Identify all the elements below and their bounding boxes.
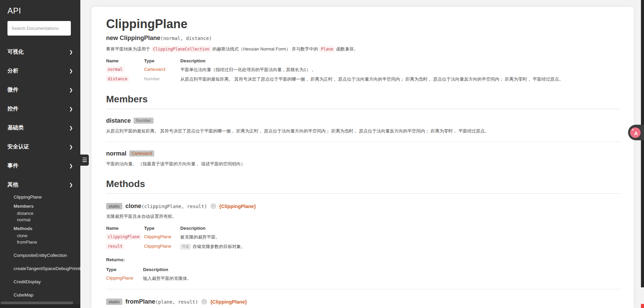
col-header-description: Description bbox=[180, 226, 620, 231]
param-description: 平面单位法向量（指经过归一化处理后的平面法向量，其模长为1） 。 bbox=[180, 67, 620, 73]
clippingplanecollection-link[interactable]: ClippingPlaneCollection bbox=[152, 46, 211, 52]
col-header-name: Name bbox=[106, 226, 144, 231]
sidebar-item-label: 安全认证 bbox=[7, 143, 29, 150]
method-signature: static clone(clippingPlane, result) → {C… bbox=[106, 203, 620, 210]
clippingplane-link[interactable]: ClippingPlane bbox=[144, 244, 171, 249]
chevron-right-icon: ❯ bbox=[69, 68, 73, 74]
col-header-type: Type bbox=[144, 58, 180, 63]
param-name: result bbox=[106, 243, 124, 249]
page-title: ClippingPlane bbox=[106, 17, 620, 31]
param-name: clippingPlane bbox=[106, 234, 141, 240]
tree-item-normal[interactable]: normal bbox=[14, 217, 80, 223]
col-header-description: Description bbox=[180, 58, 620, 63]
sidebar-tree: ClippingPlane Members distance normal Me… bbox=[0, 194, 80, 298]
member-name: distance bbox=[106, 117, 131, 124]
member-type-badge[interactable]: Cartesian3 bbox=[129, 150, 154, 157]
return-type-link[interactable]: {ClippingPlane} bbox=[210, 299, 247, 305]
returns-label: Returns: bbox=[106, 257, 620, 262]
cartesian3-link[interactable]: Cartesian3 bbox=[144, 67, 165, 72]
sidebar-item-events[interactable]: 事件 ❯ bbox=[0, 156, 80, 175]
sidebar-item-others[interactable]: 其他 ❯ bbox=[0, 175, 80, 194]
tree-item-creditdisplay[interactable]: CreditDisplay bbox=[14, 279, 80, 285]
sidebar-item-label: 事件 bbox=[7, 162, 18, 169]
chevron-right-icon: ❯ bbox=[69, 182, 73, 187]
constructor-args: (normal, distance) bbox=[160, 36, 212, 41]
optional-badge: 可选 bbox=[180, 244, 190, 249]
member-distance: distanceNumber 从原点到平面的最短距离。 其符号决定了原点位于平面… bbox=[106, 117, 620, 134]
plane-link[interactable]: Plane bbox=[319, 46, 335, 52]
sidebar-item-analysis[interactable]: 分析 ❯ bbox=[0, 61, 80, 80]
param-name: normal bbox=[106, 66, 124, 73]
returns-table: Type Description ClippingPlane 输入裁剪平面的克隆… bbox=[106, 267, 620, 282]
main-scrollbar-thumb[interactable] bbox=[641, 0, 644, 287]
constructor-params-table: Name Type Description normal Cartesian3 … bbox=[106, 58, 620, 82]
sidebar-nav: 可视化 ❯ 分析 ❯ 微件 ❯ 控件 ❯ 基础类 ❯ 安全认证 ❯ 事件 ❯ 其… bbox=[0, 42, 80, 194]
search-input[interactable] bbox=[7, 21, 71, 36]
tree-item-clippingplane[interactable]: ClippingPlane bbox=[14, 194, 80, 200]
table-row: distance bbox=[106, 76, 144, 81]
param-type: ClippingPlane bbox=[144, 244, 180, 249]
member-description: 从原点到平面的最短距离。 其符号决定了原点位于平面的哪一侧， 距离为正时， 原点… bbox=[106, 128, 620, 134]
tree-item-cubemap[interactable]: CubeMap bbox=[14, 292, 80, 298]
tree-group-members: Members bbox=[14, 203, 80, 209]
method-description: 克隆裁剪平面且未自动设置所有权。 bbox=[106, 213, 620, 220]
chevron-right-icon: ❯ bbox=[69, 163, 73, 168]
sidebar-item-label: 控件 bbox=[7, 105, 18, 112]
chevron-right-icon: ❯ bbox=[69, 106, 73, 111]
sidebar-toggle-button[interactable]: ☰ bbox=[80, 155, 89, 166]
chevron-right-icon: ❯ bbox=[69, 144, 73, 149]
member-normal: normalCartesian3 平面的法向量。 （指垂直于该平面的方向向量， … bbox=[106, 150, 620, 167]
divider bbox=[106, 289, 620, 289]
tree-item-fromplane[interactable]: fromPlane bbox=[14, 239, 80, 245]
sidebar-item-controls[interactable]: 控件 ❯ bbox=[0, 99, 80, 118]
col-header-name: Name bbox=[106, 58, 144, 63]
sidebar-title: API bbox=[7, 6, 80, 16]
param-description: 从原点到平面的最短距离。 其符号决定了原点位于平面的哪一侧， 距离为正时， 原点… bbox=[180, 76, 620, 82]
translate-icon: ✦ A bbox=[630, 127, 641, 138]
sidebar-item-label: 分析 bbox=[7, 67, 18, 75]
tree-item-clone[interactable]: clone bbox=[14, 232, 80, 239]
col-header-type: Type bbox=[106, 267, 143, 272]
return-type: ClippingPlane bbox=[106, 275, 143, 281]
col-header-description: Description bbox=[143, 267, 620, 272]
sidebar-item-security-auth[interactable]: 安全认证 ❯ bbox=[0, 137, 80, 156]
member-description: 平面的法向量。 （指垂直于该平面的方向向量， 描述平面的空间朝向） bbox=[106, 161, 620, 167]
tree-item-compositeentitycollection[interactable]: CompositeEntityCollection bbox=[14, 252, 80, 259]
chevron-right-icon: ❯ bbox=[69, 125, 73, 130]
sidebar-hscroll-thumb[interactable] bbox=[1, 302, 73, 304]
sidebar-item-widgets[interactable]: 微件 ❯ bbox=[0, 80, 80, 99]
translate-fab-button[interactable]: ✦ A bbox=[628, 125, 644, 140]
param-description: 被克隆的裁剪平面。 bbox=[180, 234, 620, 240]
method-params-table: Name Type Description clippingPlane Clip… bbox=[106, 226, 620, 250]
constructor-keyword: new ClippingPlane bbox=[106, 35, 160, 42]
members-heading: Members bbox=[106, 94, 620, 109]
sidebar: API 可视化 ❯ 分析 ❯ 微件 ❯ 控件 ❯ 基础类 ❯ 安全认证 ❯ 事件… bbox=[0, 0, 80, 308]
hamburger-icon: ☰ bbox=[82, 157, 87, 164]
tree-item-createtangentspacedebugprimitive[interactable]: createTangentSpaceDebugPrimitiv bbox=[14, 266, 80, 272]
static-badge: static bbox=[106, 299, 122, 305]
sidebar-item-label: 其他 bbox=[7, 181, 18, 188]
sidebar-item-base-classes[interactable]: 基础类 ❯ bbox=[0, 118, 80, 137]
sparkle-icon: ✦ bbox=[631, 128, 634, 131]
return-description: 输入裁剪平面的克隆体。 bbox=[143, 275, 620, 282]
param-type: ClippingPlane bbox=[144, 234, 180, 239]
table-row: normal bbox=[106, 67, 144, 72]
chevron-right-icon: ❯ bbox=[69, 87, 73, 93]
static-badge: static bbox=[106, 203, 122, 209]
param-description: 可选存储克隆参数的目标对象。 bbox=[180, 244, 620, 250]
sidebar-item-visualization[interactable]: 可视化 ❯ bbox=[0, 42, 80, 61]
method-name: fromPlane bbox=[125, 298, 155, 305]
sidebar-item-label: 基础类 bbox=[7, 124, 24, 131]
sidebar-item-label: 微件 bbox=[7, 86, 18, 94]
method-signature: static fromPlane(plane, result) → {Clipp… bbox=[106, 298, 620, 305]
sidebar-item-label: 可视化 bbox=[7, 48, 24, 56]
return-type-link[interactable]: {ClippingPlane} bbox=[219, 204, 256, 209]
clippingplane-link[interactable]: ClippingPlane bbox=[144, 234, 171, 239]
clippingplane-link[interactable]: ClippingPlane bbox=[106, 275, 133, 281]
constructor-signature: new ClippingPlane(normal, distance) bbox=[106, 35, 620, 42]
param-type: Cartesian3 bbox=[144, 67, 180, 72]
doc-content: ClippingPlane new ClippingPlane(normal, … bbox=[92, 7, 634, 308]
tree-item-distance[interactable]: distance bbox=[14, 210, 80, 217]
return-arrow-icon: → bbox=[201, 299, 207, 305]
return-arrow-icon: → bbox=[210, 203, 216, 209]
